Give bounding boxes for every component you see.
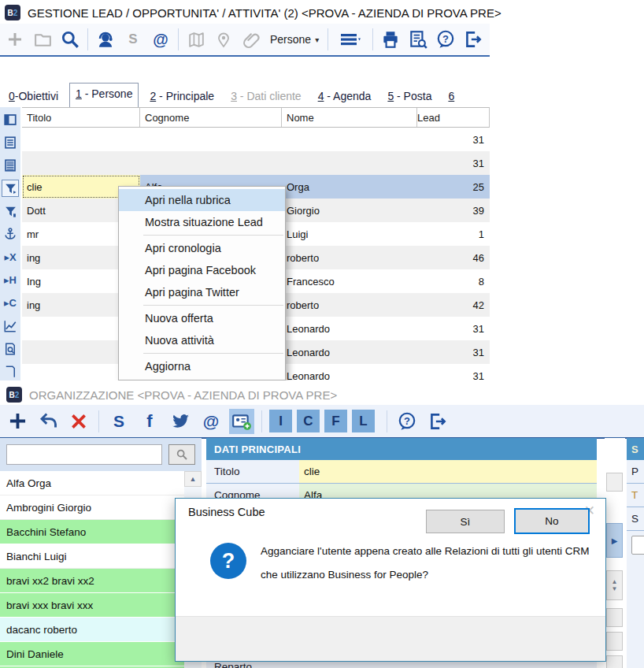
- lead-window: B2 GESTIONE LEAD / OPPORTUNITA' / ATTIVI…: [0, 0, 644, 380]
- cognome-cell: [140, 128, 282, 151]
- nome-cell: Orga: [282, 175, 417, 199]
- nome-cell: Leonardo: [282, 364, 417, 380]
- delete-icon[interactable]: [66, 409, 91, 434]
- field-button[interactable]: [606, 655, 623, 668]
- scroll-up-icon[interactable]: ▲: [184, 471, 202, 487]
- add-icon[interactable]: [5, 409, 30, 434]
- menu-item-mostra-situazione-lead[interactable]: Mostra situazione Lead: [119, 211, 285, 233]
- letter-button-l[interactable]: L: [352, 410, 375, 432]
- twitter-icon[interactable]: [168, 409, 193, 434]
- undo-icon[interactable]: [35, 409, 61, 434]
- form-view-icon[interactable]: [2, 111, 19, 128]
- field-button[interactable]: [606, 632, 623, 651]
- dense-list-icon[interactable]: [2, 157, 19, 173]
- help-icon[interactable]: ?: [394, 409, 420, 434]
- table-row[interactable]: 31: [22, 128, 490, 151]
- column-header-titolo[interactable]: Titolo: [22, 108, 140, 127]
- column-header-lead[interactable]: Lead: [417, 108, 490, 127]
- document-search-icon[interactable]: [2, 341, 19, 358]
- open-folder-icon[interactable]: [31, 28, 54, 51]
- tab-1-persone[interactable]: 1 - Persone: [69, 83, 139, 107]
- print-icon[interactable]: [379, 28, 402, 51]
- column-header-nome[interactable]: Nome: [282, 108, 417, 127]
- tab-0-obiettivi[interactable]: 0-Obiettivi: [3, 86, 64, 107]
- list-item-bacchini-stefano[interactable]: Bacchini Stefano: [0, 520, 202, 544]
- titolo-field[interactable]: clie: [299, 460, 597, 483]
- field-button[interactable]: [606, 473, 623, 492]
- dialog-title: Business Cube: [188, 506, 265, 518]
- filter-active-icon[interactable]: [2, 180, 19, 196]
- yes-button[interactable]: Sì: [426, 510, 505, 533]
- list-view-icon[interactable]: [2, 134, 19, 150]
- menu-item-nuova-offerta[interactable]: Nuova offerta: [119, 307, 285, 329]
- search-icon[interactable]: [58, 28, 82, 51]
- add-icon[interactable]: [3, 28, 27, 51]
- right-cutoff-panel: S PTS: [627, 438, 644, 668]
- tab-3-dati-cliente[interactable]: 3 - Dati cliente: [225, 86, 307, 107]
- letter-button-c[interactable]: C: [297, 410, 320, 432]
- tab-bar: 0-Obiettivi1 - Persone2 - Principale3 - …: [3, 81, 490, 107]
- field-row-titolo: Titolo clie: [206, 460, 597, 484]
- search-button[interactable]: [168, 444, 195, 465]
- nome-cell: Leonardo: [282, 340, 417, 364]
- svg-text:?: ?: [442, 33, 449, 45]
- add-contact-card-icon[interactable]: [229, 409, 254, 434]
- lead-toolbar: S @ Persone ▾ ?: [0, 24, 490, 57]
- left-icon-strip: ▸X ▸H ▸C: [0, 107, 20, 380]
- email-at-icon[interactable]: @: [149, 28, 172, 51]
- list-item-ambrogini-giorgio[interactable]: Ambrogini Giorgio: [0, 495, 202, 520]
- exit-icon[interactable]: [425, 409, 450, 434]
- tab-5-posta[interactable]: 5 - Posta: [382, 86, 437, 107]
- column-header-cognome[interactable]: Cognome: [140, 108, 282, 127]
- letter-button-i[interactable]: I: [269, 410, 292, 432]
- email-at-icon[interactable]: @: [198, 409, 224, 434]
- toolbar-separator: [87, 28, 88, 50]
- map-icon[interactable]: [184, 28, 208, 51]
- tab-6[interactable]: 6: [442, 86, 460, 107]
- no-button[interactable]: No: [514, 508, 590, 534]
- help-icon[interactable]: ?: [434, 28, 457, 51]
- skype-icon[interactable]: S: [121, 28, 145, 51]
- anchor-icon[interactable]: [2, 226, 19, 243]
- list-item-dacanc-roberto[interactable]: dacanc roberto: [0, 618, 202, 642]
- menu-icon[interactable]: [334, 28, 367, 51]
- location-pin-icon[interactable]: [212, 28, 235, 51]
- document-icon[interactable]: [2, 364, 19, 380]
- tab-2-principale[interactable]: 2 - Principale: [144, 86, 220, 107]
- table-row[interactable]: 31: [22, 151, 490, 175]
- attachment-icon[interactable]: [239, 28, 263, 51]
- letter-button-f[interactable]: F: [324, 410, 347, 432]
- chart-icon[interactable]: [2, 317, 19, 334]
- filter-pin-icon[interactable]: [2, 203, 19, 220]
- facebook-icon[interactable]: f: [137, 409, 162, 434]
- menu-item-apri-pagina-facebook[interactable]: Apri pagina Facebook: [119, 259, 285, 281]
- nome-cell: Francesco: [282, 269, 417, 293]
- expand-right-icon[interactable]: ▶: [606, 523, 623, 558]
- jump-x-icon[interactable]: ▸X: [2, 249, 19, 265]
- menu-item-apri-nella-rubrica[interactable]: Apri nella rubrica: [119, 189, 285, 211]
- exit-icon[interactable]: [461, 28, 485, 51]
- right-panel-input[interactable]: [631, 536, 644, 555]
- menu-item-nuova-attivit[interactable]: Nuova attività: [119, 329, 285, 351]
- menu-item-aggiorna[interactable]: Aggiorna: [119, 355, 285, 377]
- list-item-bianchi-luigi[interactable]: Bianchi Luigi: [0, 544, 202, 569]
- menu-item-apri-pagina-twitter[interactable]: Apri pagina Twitter: [119, 281, 285, 303]
- titolo-label: Titolo: [206, 460, 299, 483]
- list-item-dini-daniele[interactable]: Dini Daniele: [0, 642, 202, 666]
- spinner-control[interactable]: ▲▼: [606, 570, 623, 600]
- list-item-bravi-xxx-bravi-xxx[interactable]: bravi xxx bravi xxx: [0, 593, 202, 618]
- search-input[interactable]: [6, 444, 162, 465]
- nome-cell: Giorgio: [282, 199, 417, 222]
- list-item-bravi-xx2-bravi-xx2[interactable]: bravi xx2 bravi xx2: [0, 569, 202, 593]
- skype-icon[interactable]: S: [106, 409, 131, 434]
- support-agent-icon[interactable]: [94, 28, 117, 51]
- lead-cell: 1: [417, 222, 490, 246]
- list-item-alfa-orga[interactable]: Alfa Orga: [0, 471, 202, 495]
- persone-dropdown[interactable]: Persone ▾: [267, 33, 322, 46]
- print-preview-icon[interactable]: [406, 28, 430, 51]
- jump-c-icon[interactable]: ▸C: [2, 295, 19, 311]
- field-button[interactable]: [606, 608, 623, 627]
- jump-h-icon[interactable]: ▸H: [2, 272, 19, 288]
- tab-4-agenda[interactable]: 4 - Agenda: [313, 86, 377, 107]
- menu-item-apri-cronologia[interactable]: Apri cronologia: [119, 237, 285, 259]
